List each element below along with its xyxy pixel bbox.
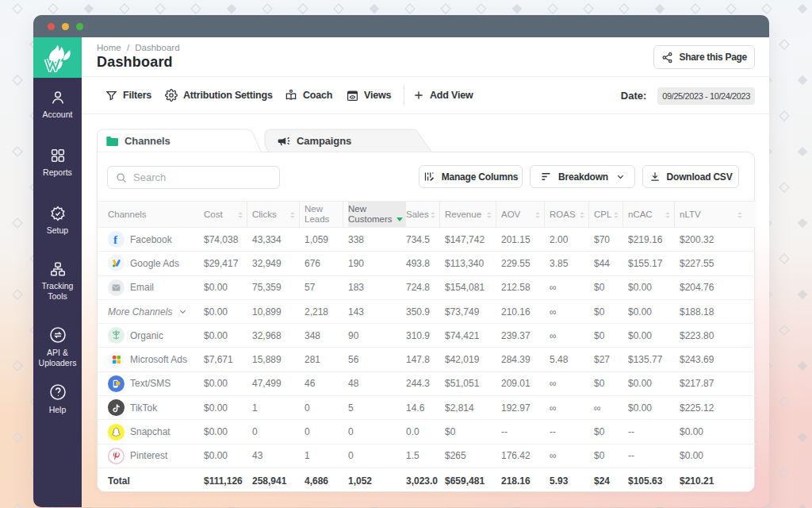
svg-text:f: f <box>113 233 118 246</box>
